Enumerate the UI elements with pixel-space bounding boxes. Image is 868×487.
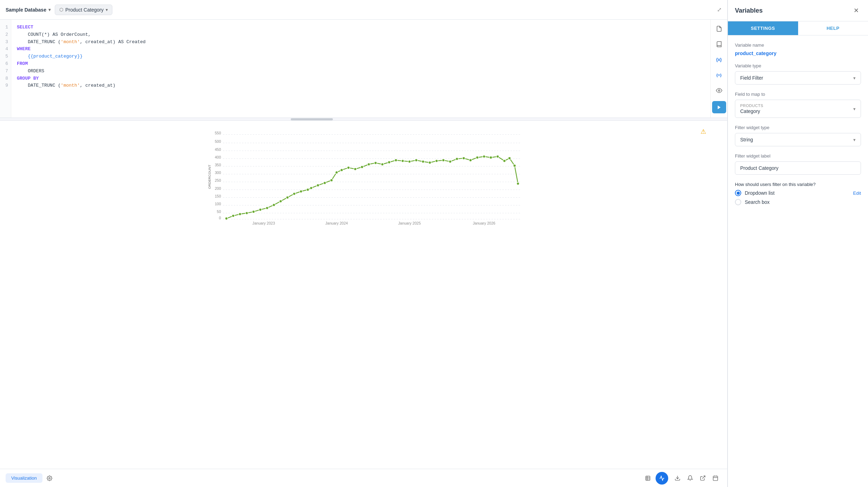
- doc-icon[interactable]: [714, 24, 725, 34]
- query-pill-icon: ⬡: [59, 7, 63, 12]
- filter-widget-label-group: Filter widget label Product Category: [735, 153, 861, 175]
- field-to-map-val: Category: [740, 108, 763, 114]
- db-chevron: ▾: [48, 7, 51, 12]
- visualization-button[interactable]: Visualization: [6, 473, 42, 483]
- query-name-pill[interactable]: ⬡ Product Category ▾: [55, 5, 112, 15]
- field-to-map-sub: PRODUCTS: [740, 104, 763, 108]
- resize-icon[interactable]: ⤢: [717, 6, 722, 13]
- svg-text:January 2026: January 2026: [473, 221, 495, 225]
- svg-point-40: [286, 196, 289, 199]
- svg-point-71: [489, 156, 492, 159]
- panel-title: Variables: [735, 7, 763, 14]
- radio-searchbox[interactable]: Search box: [735, 199, 861, 205]
- sql-editor[interactable]: 1 2 3 4 5 6 7 8 9 SELECT COUNT(*) AS Ord…: [0, 20, 727, 118]
- book-icon[interactable]: [714, 39, 725, 49]
- field-to-map-select[interactable]: PRODUCTS Category ▾: [735, 100, 861, 118]
- scrollbar-thumb[interactable]: [291, 118, 333, 120]
- filter-widget-type-label: Filter widget type: [735, 125, 861, 130]
- variable-type-label: Variable type: [735, 63, 861, 68]
- svg-point-39: [279, 200, 282, 203]
- db-selector[interactable]: Sample Database ▾: [6, 7, 51, 13]
- radio-dropdown-label: Dropdown list: [745, 190, 775, 196]
- main-editor-area: Sample Database ▾ ⬡ Product Category ▾ ⤢…: [0, 0, 728, 487]
- radio-searchbox-circle: [735, 199, 741, 205]
- bell-icon[interactable]: [684, 472, 696, 485]
- filter-widget-label-label: Filter widget label: [735, 153, 861, 159]
- svg-text:300: 300: [215, 171, 221, 175]
- radio-dropdown[interactable]: Dropdown list: [735, 190, 775, 196]
- share-icon[interactable]: [696, 472, 709, 485]
- radio-searchbox-label: Search box: [745, 199, 770, 205]
- calendar-icon[interactable]: [709, 472, 722, 485]
- download-icon[interactable]: [671, 472, 684, 485]
- edit-link[interactable]: Edit: [853, 191, 861, 196]
- chart-area: ⚠ ORDERCOUNT 550 500 450 400 350 300 250…: [0, 121, 727, 469]
- svg-text:200: 200: [215, 186, 221, 191]
- variable-type-select[interactable]: Field Filter ▾: [735, 71, 861, 85]
- chart-container: ORDERCOUNT 550 500 450 400 350 300 250 2…: [14, 128, 720, 469]
- svg-text:ORDERCOUNT: ORDERCOUNT: [208, 165, 211, 189]
- radio-row-dropdown: Dropdown list Edit: [735, 190, 861, 196]
- svg-rect-79: [646, 476, 650, 480]
- svg-point-54: [374, 162, 377, 165]
- svg-point-72: [496, 155, 499, 158]
- filter-widget-label-value: Product Category: [735, 161, 861, 175]
- svg-point-74: [508, 157, 511, 160]
- filter-widget-type-select[interactable]: String ▾: [735, 133, 861, 146]
- variable-type-group: Variable type Field Filter ▾: [735, 63, 861, 85]
- tab-settings[interactable]: SETTINGS: [728, 21, 798, 35]
- svg-point-75: [513, 164, 516, 167]
- svg-point-61: [422, 160, 425, 163]
- svg-marker-1: [717, 105, 720, 109]
- field-to-map-chevron: ▾: [853, 106, 856, 112]
- svg-point-60: [415, 159, 418, 162]
- svg-point-63: [435, 160, 438, 162]
- variables-panel: Variables ✕ SETTINGS HELP Variable name …: [728, 0, 868, 487]
- svg-point-31: [225, 217, 228, 220]
- svg-point-58: [401, 160, 404, 162]
- radio-dropdown-circle: [735, 190, 741, 196]
- chart-svg: ORDERCOUNT 550 500 450 400 350 300 250 2…: [14, 128, 720, 226]
- variable-type-value: Field Filter: [740, 75, 763, 81]
- svg-text:250: 250: [215, 178, 221, 182]
- svg-point-64: [442, 159, 445, 162]
- variable-name-label: Variable name: [735, 42, 861, 48]
- svg-point-32: [232, 214, 235, 217]
- svg-text:50: 50: [217, 209, 221, 214]
- svg-text:400: 400: [215, 155, 221, 159]
- query-name-label: Product Category: [65, 7, 104, 13]
- filter-icon[interactable]: {=}: [714, 70, 725, 80]
- svg-point-44: [310, 187, 313, 189]
- svg-point-53: [367, 163, 370, 166]
- svg-point-67: [462, 157, 465, 160]
- gear-button[interactable]: [44, 473, 55, 484]
- chart-view-icon[interactable]: [656, 472, 668, 485]
- svg-point-51: [354, 168, 357, 171]
- panel-content: Variable name product_category Variable …: [728, 35, 868, 212]
- svg-point-70: [483, 155, 486, 158]
- svg-point-35: [252, 211, 255, 213]
- right-toolbar: {x} {=}: [710, 20, 727, 118]
- svg-point-73: [503, 160, 506, 162]
- table-view-icon[interactable]: [642, 472, 654, 485]
- tab-help[interactable]: HELP: [798, 21, 868, 35]
- view-toggle-icons: [642, 472, 668, 485]
- svg-point-65: [449, 160, 452, 163]
- svg-point-69: [476, 156, 479, 159]
- svg-point-52: [361, 166, 363, 168]
- svg-text:January 2024: January 2024: [325, 221, 348, 225]
- svg-point-0: [718, 90, 720, 92]
- how-filter-label: How should users filter on this variable…: [735, 182, 861, 187]
- svg-text:100: 100: [215, 202, 221, 206]
- close-button[interactable]: ✕: [851, 6, 861, 15]
- variable-icon[interactable]: {x}: [714, 55, 725, 65]
- horizontal-scrollbar[interactable]: [0, 118, 727, 121]
- svg-point-38: [272, 204, 275, 206]
- svg-text:350: 350: [215, 163, 221, 167]
- eye-icon[interactable]: [714, 86, 725, 95]
- run-button[interactable]: [712, 101, 726, 113]
- code-content[interactable]: SELECT COUNT(*) AS OrderCount, DATE_TRUN…: [11, 20, 727, 118]
- filter-widget-type-chevron: ▾: [853, 137, 856, 142]
- field-to-map-group: Field to map to PRODUCTS Category ▾: [735, 92, 861, 118]
- svg-point-47: [330, 179, 333, 182]
